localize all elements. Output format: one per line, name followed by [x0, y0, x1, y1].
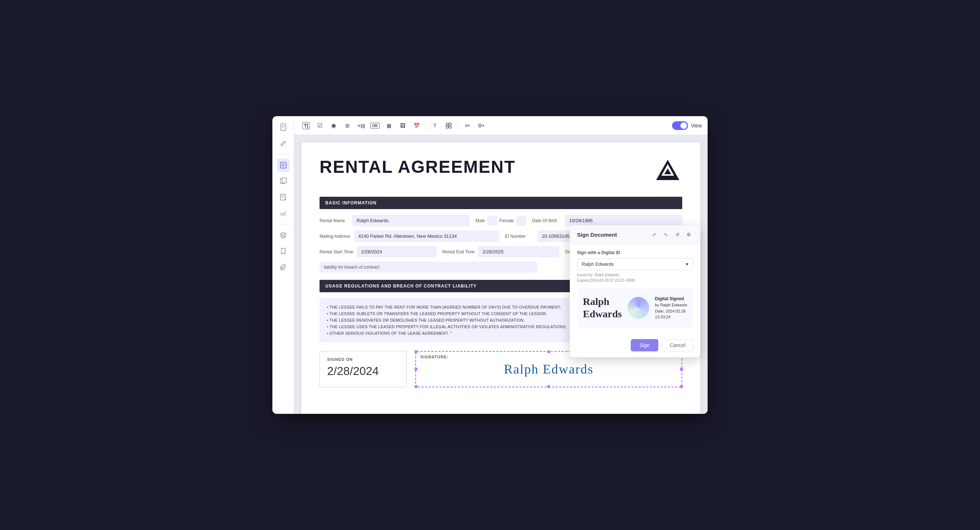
start-label: Rental Start Time — [320, 249, 353, 254]
id-label: ID Number — [505, 234, 534, 239]
dob-value[interactable]: 10/28/1986 — [565, 215, 682, 226]
modal-body: Sign with a Digital ID Ralph Edwards ▾ I… — [570, 244, 700, 339]
sign-button[interactable]: Sign — [631, 339, 658, 351]
view-toggle[interactable] — [672, 121, 688, 130]
basic-info-header: BASIC INFORMATION — [320, 197, 682, 209]
doc-header: RENTAL AGREEMENT — [320, 157, 682, 186]
image-tool-button[interactable]: 🖼 — [396, 120, 409, 132]
indent-tool-button[interactable]: ⊞ — [341, 120, 354, 132]
sig-preview-badge-icon — [627, 297, 649, 319]
signed-on-date: 2/28/2024 — [327, 364, 399, 378]
svg-rect-17 — [446, 126, 448, 128]
rental-name-label: Rental Name — [320, 218, 348, 223]
svg-rect-0 — [281, 124, 286, 130]
handle-ml[interactable] — [415, 368, 417, 370]
selected-id-text: Ralph Edwards — [582, 261, 614, 267]
app-container: T| ☑ ◉ ⊞ ≡▤ OK ▦ 🖼 📅 T — [272, 116, 708, 414]
sidebar-divider — [278, 154, 289, 154]
signature-label: SIGNATURE: — [420, 354, 449, 359]
handle-bl[interactable] — [415, 385, 417, 388]
start-value[interactable]: 2/28/2024 — [357, 246, 437, 257]
sidebar — [272, 116, 294, 414]
handle-tm[interactable] — [547, 350, 550, 353]
liability-field[interactable]: liability for breach of contract — [320, 262, 537, 273]
svg-rect-16 — [449, 123, 451, 125]
signed-on-label: SIGNED ON — [327, 357, 399, 362]
text2-tool-button[interactable]: T — [429, 120, 441, 132]
toolbar-right: View — [672, 121, 702, 130]
digital-signed-date: Date: 2024.02.28 — [655, 308, 687, 314]
list-tool-button[interactable]: ≡▤ — [355, 120, 368, 132]
radio-tool-button[interactable]: ◉ — [328, 120, 340, 132]
mailing-value[interactable]: 4140 Parker Rd. Allentown, New Mexico 31… — [354, 230, 499, 242]
sidebar-item-bookmarks[interactable] — [277, 245, 290, 258]
sidebar-item-signatures[interactable] — [277, 206, 290, 220]
checkbox-tool-button[interactable]: ☑ — [314, 120, 326, 132]
female-label: Female — [500, 218, 514, 223]
handle-bm[interactable] — [547, 385, 550, 388]
digital-id-dropdown[interactable]: Ralph Edwards ▾ — [577, 258, 693, 270]
modal-refresh-icon[interactable]: ↺ — [673, 230, 681, 239]
handle-br[interactable] — [680, 385, 683, 388]
modal-header: Sign Document ⤢ ⤡ ↺ ⚙ — [570, 225, 700, 244]
sign-document-modal: Sign Document ⤢ ⤡ ↺ ⚙ Sign with a Digita… — [570, 225, 700, 357]
sidebar-item-notes[interactable] — [277, 191, 290, 204]
start-group: Rental Start Time 2/28/2024 — [320, 246, 437, 257]
modal-popout-icon[interactable]: ⤡ — [661, 230, 670, 239]
barcode-tool-button[interactable]: ▦ — [383, 120, 395, 132]
end-label: Rental End Time — [442, 249, 475, 254]
sidebar-item-attachments[interactable] — [277, 261, 290, 274]
digital-signed-by: by Ralph Edwards — [655, 302, 687, 308]
signature-text: Ralph Edwards — [504, 362, 594, 377]
male-label: Male — [476, 218, 485, 223]
digital-signed-title: Digital Signed — [655, 295, 687, 302]
dropdown-arrow-icon: ▾ — [686, 261, 688, 267]
handle-tl[interactable] — [415, 350, 417, 353]
digital-signed-time: 13:33:24 — [655, 314, 687, 320]
dob-label: Date Of Birth — [532, 218, 561, 223]
rental-name-value[interactable]: Ralph Edwards — [352, 215, 470, 226]
sidebar-divider-2 — [278, 224, 289, 224]
sidebar-item-layers[interactable] — [277, 229, 290, 242]
svg-rect-10 — [280, 194, 285, 200]
sig-preview-name-line1: Ralph — [583, 295, 622, 308]
issued-info: Issued by: Ralph Edwards — [577, 273, 693, 277]
expires-info: Expires:2024-03-28 07:23:22 +0000 — [577, 278, 693, 283]
view-label: View — [691, 123, 702, 129]
sidebar-item-forms[interactable] — [277, 159, 290, 172]
text-tool-button[interactable]: T| — [300, 120, 312, 132]
sidebar-item-edit[interactable] — [277, 136, 290, 150]
modal-title: Sign Document — [577, 231, 617, 238]
toolbar-separator-1 — [425, 121, 426, 130]
end-value[interactable]: 2/28/2025 — [478, 246, 559, 257]
logo-icon — [653, 157, 682, 186]
align-button[interactable]: ≡ ▾ — [461, 120, 473, 132]
modal-footer: Sign Cancel — [570, 339, 700, 357]
settings-button[interactable]: ⚙ ▾ — [475, 120, 487, 132]
female-checkbox[interactable] — [516, 216, 526, 226]
mailing-group: Mailing Address 4140 Parker Rd. Allentow… — [320, 230, 499, 242]
modal-header-icons: ⤢ ⤡ ↺ ⚙ — [649, 230, 693, 239]
calendar-tool-button[interactable]: 📅 — [410, 120, 423, 132]
end-group: Rental End Time 2/28/2025 — [442, 246, 560, 257]
toolbar: T| ☑ ◉ ⊞ ≡▤ OK ▦ 🖼 📅 T — [294, 116, 708, 135]
sidebar-item-pages[interactable] — [277, 175, 290, 188]
grid-tool-button[interactable] — [442, 120, 455, 132]
male-checkbox[interactable] — [487, 216, 497, 226]
form-row-1: Rental Name Ralph Edwards Male Female Da… — [320, 215, 682, 226]
cancel-button[interactable]: Cancel — [662, 339, 693, 351]
doc-title: RENTAL AGREEMENT — [320, 157, 515, 177]
handle-mr[interactable] — [680, 368, 683, 370]
sidebar-item-document[interactable] — [277, 121, 290, 134]
modal-expand-icon[interactable]: ⤢ — [649, 230, 658, 239]
svg-rect-9 — [282, 178, 286, 183]
modal-settings-icon[interactable]: ⚙ — [684, 230, 693, 239]
mailing-label: Mailing Address — [320, 234, 350, 239]
signature-preview: Ralph Edwards Digital Signed by Ralph Ed… — [577, 288, 693, 327]
ok-tool-button[interactable]: OK — [369, 120, 381, 132]
dob-group: Date Of Birth 10/28/1986 — [532, 215, 682, 226]
gender-group: Male Female — [476, 216, 526, 226]
svg-rect-18 — [449, 126, 451, 128]
sig-preview-name-line2: Edwards — [583, 308, 622, 320]
rental-name-group: Rental Name Ralph Edwards — [320, 215, 470, 226]
